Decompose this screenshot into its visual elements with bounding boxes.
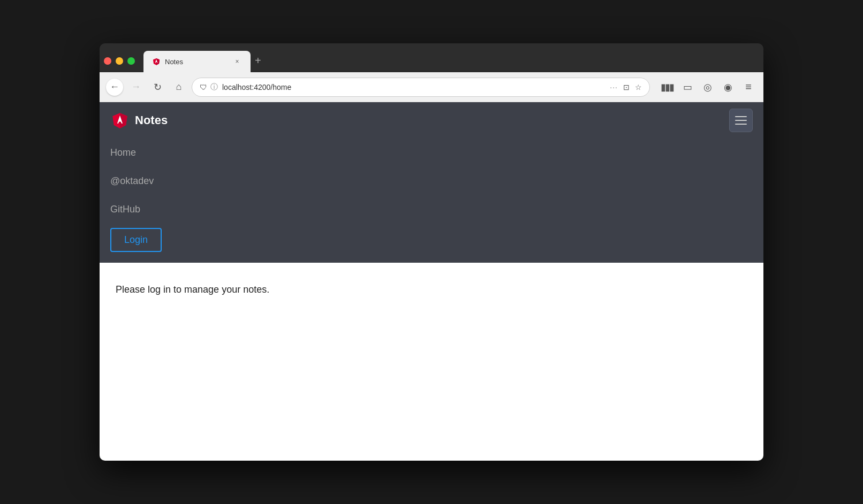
info-icon: ⓘ — [210, 82, 218, 92]
library-button[interactable]: ▮▮▮ — [658, 79, 676, 96]
sidebar-button[interactable]: ▭ — [679, 79, 696, 96]
hamburger-line-1 — [735, 116, 747, 117]
tab-close-button[interactable]: × — [232, 57, 242, 66]
tab-label: Notes — [165, 58, 228, 66]
shield-icon: 🛡 — [200, 83, 207, 91]
hamburger-line-3 — [735, 124, 747, 125]
main-message: Please log in to manage your notes. — [116, 284, 747, 295]
vpn-button[interactable]: ◎ — [699, 79, 716, 96]
angular-logo-icon — [110, 111, 130, 130]
app-navbar: Notes — [100, 102, 763, 139]
active-tab[interactable]: Notes × — [143, 51, 251, 72]
app-title: Notes — [135, 113, 168, 127]
address-bar-security-icons: 🛡 ⓘ — [200, 82, 218, 92]
pocket-icon: ⊡ — [623, 83, 630, 91]
app-brand: Notes — [110, 111, 168, 130]
vpn-icon: ◎ — [703, 81, 712, 93]
app-content: Notes Home @oktadev GitHub Login Please … — [100, 102, 763, 461]
star-icon: ☆ — [635, 83, 642, 91]
reload-button[interactable]: ↻ — [149, 79, 166, 96]
browser-toolbar-right: ▮▮▮ ▭ ◎ ◉ ≡ — [658, 79, 757, 96]
back-icon: ← — [110, 81, 119, 93]
app-nav-menu: Home @oktadev GitHub Login — [100, 139, 763, 263]
hamburger-button[interactable] — [729, 109, 753, 132]
url-input[interactable] — [222, 83, 605, 91]
minimize-button[interactable] — [116, 57, 123, 65]
hamburger-line-2 — [735, 120, 747, 121]
library-icon: ▮▮▮ — [661, 81, 673, 93]
nav-item-home[interactable]: Home — [110, 139, 753, 167]
tab-bar: Notes × + — [100, 43, 763, 72]
profile-icon: ◉ — [724, 81, 732, 93]
close-button[interactable] — [104, 57, 111, 65]
nav-bar: ← → ↻ ⌂ 🛡 ⓘ ··· ⊡ ☆ ▮▮▮ — [100, 72, 763, 102]
tab-favicon-icon — [152, 57, 161, 66]
maximize-button[interactable] — [127, 57, 135, 65]
menu-icon: ≡ — [745, 81, 752, 93]
window-controls — [104, 57, 135, 72]
forward-icon: → — [131, 81, 141, 93]
home-icon: ⌂ — [176, 81, 182, 93]
nav-item-oktadev[interactable]: @oktadev — [110, 167, 753, 195]
forward-button[interactable]: → — [127, 79, 145, 96]
profile-button[interactable]: ◉ — [720, 79, 737, 96]
nav-item-github[interactable]: GitHub — [110, 195, 753, 224]
address-bar[interactable]: 🛡 ⓘ ··· ⊡ ☆ — [192, 78, 650, 97]
new-tab-button[interactable]: + — [251, 55, 266, 72]
address-bar-right-icons: ··· ⊡ ☆ — [610, 83, 642, 91]
back-button[interactable]: ← — [106, 79, 123, 96]
main-content: Please log in to manage your notes. — [100, 263, 763, 461]
reload-icon: ↻ — [154, 81, 162, 93]
home-button[interactable]: ⌂ — [170, 79, 187, 96]
more-icon: ··· — [610, 83, 618, 91]
login-button[interactable]: Login — [110, 228, 162, 252]
menu-button[interactable]: ≡ — [740, 79, 757, 96]
browser-window: Notes × + ← → ↻ ⌂ 🛡 ⓘ ··· ⊡ ☆ — [100, 43, 763, 461]
sidebar-icon: ▭ — [683, 81, 692, 93]
